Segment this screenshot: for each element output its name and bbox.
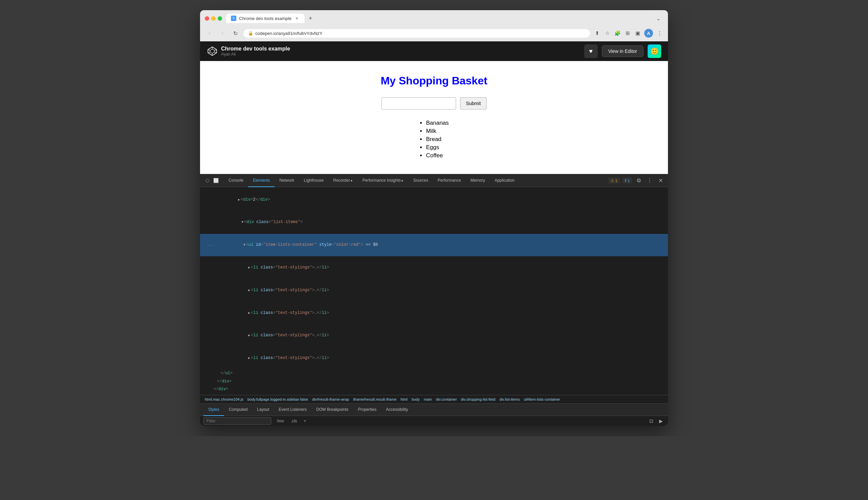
html-line: </div> (200, 385, 668, 394)
tab-title: Chrome dev tools example (239, 16, 292, 21)
html-line: ▼<div class="list-items"> (200, 211, 668, 234)
devtools-toolbar-right: ⚠ 1 ℹ 1 ⚙ ⋮ ✕ (608, 177, 665, 185)
filter-bar: :hov .cls + ⊡ ▶ (200, 416, 668, 426)
preview-area: My Shopping Basket Submit Bananas Milk B… (200, 61, 668, 174)
breadcrumb-item[interactable]: div#result-iframe-wrap (311, 397, 351, 402)
lock-icon: 🔒 (248, 31, 253, 36)
codepen-logo: Chrome dev tools example Ayan Ali (207, 46, 290, 57)
info-badge[interactable]: ℹ 1 (622, 178, 632, 183)
browser-tab-active[interactable]: ✎ Chrome dev tools example ✕ (226, 13, 304, 23)
list-item: Eggs (426, 144, 449, 151)
bookmark-icon[interactable]: ☆ (604, 30, 611, 37)
url-bar[interactable]: 🔒 codepen.io/anya91m/full/vYdvNzY (244, 29, 590, 38)
view-in-editor-button[interactable]: View in Editor (602, 45, 644, 57)
forward-button[interactable]: › (218, 29, 227, 38)
traffic-lights (205, 16, 222, 21)
svg-line-5 (214, 52, 216, 53)
tab-performance-insights[interactable]: Performance insights ▲ (358, 174, 408, 187)
tab-sources[interactable]: Sources (408, 174, 433, 187)
user-avatar-button[interactable]: 🙂 (647, 44, 661, 58)
share-icon[interactable]: ⬆ (593, 30, 601, 37)
tab-recorder[interactable]: Recorder ▲ (329, 174, 358, 187)
tab-favicon: ✎ (231, 15, 236, 21)
browser-window: ✎ Chrome dev tools example ✕ + ⌄ ‹ › ↻ 🔒… (200, 10, 668, 426)
tab-close-button[interactable]: ✕ (294, 15, 300, 21)
devtools-settings-icon[interactable]: ⚙ (635, 177, 643, 185)
tab-application[interactable]: Application (490, 174, 519, 187)
new-tab-button[interactable]: + (306, 13, 315, 23)
tab-performance[interactable]: Performance (433, 174, 466, 187)
tab-elements[interactable]: Elements (248, 174, 275, 187)
breadcrumb-item[interactable]: main (422, 397, 433, 402)
svg-line-3 (214, 49, 216, 50)
traffic-light-close[interactable] (205, 16, 209, 21)
filter-add-button[interactable]: + (302, 418, 308, 424)
menu-icon[interactable]: ⋮ (656, 30, 663, 37)
computed-style-icon[interactable]: ⊡ (647, 417, 655, 425)
html-panel: ▶<div>2</div> ▼<div class="list-items"> … (200, 187, 668, 395)
tab-computed[interactable]: Computed (224, 404, 252, 416)
traffic-light-fullscreen[interactable] (218, 16, 222, 21)
back-button[interactable]: ‹ (205, 29, 214, 38)
warning-badge[interactable]: ⚠ 1 (608, 178, 620, 183)
reload-button[interactable]: ↻ (230, 29, 240, 38)
list-item: Bread (426, 136, 449, 143)
devtools-toolbar-icons: ⬡ ⬜ (203, 177, 220, 184)
svg-marker-1 (210, 49, 215, 54)
window-controls-chevron[interactable]: ⌄ (653, 15, 663, 22)
breadcrumb-item[interactable]: div.shopping-list-field (460, 397, 497, 402)
user-avatar[interactable]: A (644, 29, 653, 38)
breadcrumb-item[interactable]: body (410, 397, 421, 402)
tab-network[interactable]: Network (275, 174, 299, 187)
html-line: ▶<li class="text-stylings">…</li> (200, 302, 668, 325)
breadcrumb-bar: html.mac.chrome104.js body.fullpage.logg… (200, 395, 668, 404)
tab-event-listeners[interactable]: Event Listeners (274, 404, 312, 416)
codepen-title: Chrome dev tools example Ayan Ali (221, 46, 290, 57)
codepen-author: Ayan Ali (221, 52, 290, 57)
devtools-more-icon[interactable]: ⋮ (645, 177, 654, 185)
tab-lighthouse[interactable]: Lighthouse (299, 174, 329, 187)
breadcrumb-item[interactable]: html.mac.chrome104.js (203, 397, 245, 402)
filter-cls-button[interactable]: .cls (289, 418, 300, 424)
breadcrumb-item[interactable]: div.container (435, 397, 459, 402)
toggle-style-icon[interactable]: ▶ (657, 417, 665, 425)
tab-memory[interactable]: Memory (465, 174, 489, 187)
breadcrumb-item[interactable]: html (399, 397, 409, 402)
codepen-actions: ♥ View in Editor 🙂 (584, 44, 661, 58)
submit-button[interactable]: Submit (460, 97, 487, 110)
html-line: ▶<li class="text-stylings">…</li> (200, 256, 668, 279)
filter-input[interactable] (203, 417, 271, 425)
breadcrumb-item[interactable]: body.fullpage.logged-in.sidebar-false (246, 397, 309, 402)
devtools-bottom-tabs: Styles Computed Layout Event Listeners D… (200, 404, 668, 416)
list-item: Bananas (426, 120, 449, 126)
heart-button[interactable]: ♥ (584, 44, 598, 58)
filter-hov-button[interactable]: :hov (274, 418, 286, 424)
tab-console[interactable]: Console (224, 174, 248, 187)
breadcrumb-item[interactable]: iframe#result.result-iframe (352, 397, 398, 402)
extensions-icon[interactable]: 🧩 (614, 30, 621, 37)
tab-styles[interactable]: Styles (203, 404, 224, 416)
inspect-element-icon[interactable]: ⬡ (203, 177, 211, 184)
devtools-close-button[interactable]: ✕ (656, 177, 665, 185)
html-line-selected[interactable]: ... ▼<ul id="item-lists-container" style… (200, 234, 668, 257)
devtools-tabs: Console Elements Network Lighthouse Reco… (224, 174, 608, 187)
html-line: ▶<div>2</div> (200, 189, 668, 211)
devtools-panel: ⬡ ⬜ Console Elements Network Lighthouse … (200, 174, 668, 426)
basket-list: Bananas Milk Bread Eggs Coffee (419, 120, 449, 160)
tab-properties[interactable]: Properties (353, 404, 381, 416)
preview-heading: My Shopping Basket (381, 75, 487, 87)
window-icon[interactable]: ▣ (634, 30, 642, 37)
url-text: codepen.io/anya91m/full/vYdvNzY (255, 31, 323, 36)
tab-dom-breakpoints[interactable]: DOM Breakpoints (312, 404, 353, 416)
breadcrumb-item[interactable]: div.list-items (498, 397, 521, 402)
profiles-icon[interactable]: ⊞ (624, 30, 631, 37)
tab-accessibility[interactable]: Accessibility (381, 404, 413, 416)
traffic-light-minimize[interactable] (211, 16, 216, 21)
basket-input[interactable] (381, 97, 456, 110)
breadcrumb-item[interactable]: ul#item-lists-container (522, 397, 562, 402)
svg-line-4 (208, 52, 210, 53)
html-line: ▶<li class="text-stylings">…</li> (200, 279, 668, 302)
list-item: Coffee (426, 152, 449, 159)
device-toggle-icon[interactable]: ⬜ (212, 177, 220, 184)
tab-layout[interactable]: Layout (252, 404, 274, 416)
